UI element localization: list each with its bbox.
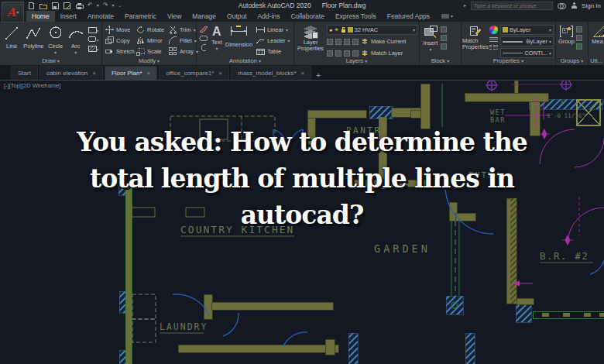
lineweight-value: ByLayer: [524, 38, 547, 45]
tab-manage[interactable]: Manage: [187, 11, 221, 22]
caption-line-1: You asked: How to determine the: [0, 124, 604, 160]
make-current-row[interactable]: Make Current: [327, 36, 417, 46]
dimension-tool[interactable]: Dimension: [225, 25, 252, 48]
array-tool[interactable]: Array▾: [169, 46, 198, 57]
color-wheel-icon[interactable]: [489, 26, 498, 34]
file-tab-mass-model-blocks[interactable]: mass_model_blocks*×: [231, 66, 311, 80]
redo-caret-icon[interactable]: ▾: [112, 3, 114, 8]
tab-annotate[interactable]: Annotate: [82, 11, 119, 22]
polyline-tool[interactable]: Polyline: [23, 25, 43, 50]
leader-tool[interactable]: Leader▾: [256, 36, 290, 46]
redo-icon[interactable]: ↷: [103, 2, 108, 9]
color-dropdown[interactable]: ByLayer▾: [500, 25, 554, 35]
search-input[interactable]: [471, 2, 553, 10]
tab-add-ins[interactable]: Add-ins: [252, 11, 286, 22]
search-icon[interactable]: [558, 3, 566, 9]
copy-icon: [105, 36, 114, 45]
layer-properties-tool[interactable]: Layer Properties: [297, 25, 324, 53]
save-icon[interactable]: [51, 2, 59, 9]
ellipse-tool-icon[interactable]: ▾: [88, 36, 98, 43]
undo-caret-icon[interactable]: ▾: [97, 3, 99, 8]
panel-annotation: A Text ▾ Dimension Linear▾ Leader▾ Table…: [197, 22, 294, 65]
qat-customize-icon[interactable]: ⌄: [118, 3, 122, 8]
scale-tool[interactable]: Scale: [136, 46, 167, 57]
block-define-icon[interactable]: [441, 35, 447, 41]
close-icon[interactable]: ×: [218, 70, 222, 77]
close-icon[interactable]: ×: [92, 70, 96, 77]
panel-label-utilities[interactable]: Uti...: [589, 57, 604, 64]
file-tab-cabin-elevation[interactable]: cabin elevation×: [39, 66, 103, 80]
move-tool[interactable]: Move: [105, 25, 135, 35]
tab-insert[interactable]: Insert: [55, 11, 82, 22]
panel-label-modify[interactable]: Modify ▾: [102, 57, 196, 64]
match-properties-tool[interactable]: Match Properties: [464, 25, 487, 51]
drawing-canvas[interactable]: [-][Top][2D Wireframe]: [0, 81, 604, 364]
text-tool[interactable]: A Text ▾: [211, 25, 222, 51]
svg-text:▾: ▾: [97, 29, 98, 33]
group-edit-icon[interactable]: [576, 35, 582, 41]
rectangle-tool-icon[interactable]: ▾: [88, 26, 98, 33]
search-arrow-icon[interactable]: ▸: [464, 3, 466, 8]
app-menu-button[interactable]: A▾: [2, 2, 24, 22]
viewport-controls[interactable]: [-][Top][2D Wireframe]: [4, 82, 60, 89]
stretch-tool[interactable]: Stretch: [105, 46, 135, 57]
tab-home[interactable]: Home: [26, 11, 55, 22]
group-tool[interactable]: Group: [558, 25, 575, 45]
trim-tool[interactable]: Trim▾: [169, 25, 198, 35]
lineweight-dropdown[interactable]: ByLayer▾: [500, 36, 554, 46]
mirror-tool[interactable]: Mirror: [136, 36, 167, 46]
dim-style-icon[interactable]: [199, 35, 208, 42]
undo-icon[interactable]: ↶: [88, 2, 93, 9]
layer-dropdown[interactable]: ● ☀ 32 HVAC ▾: [327, 25, 417, 35]
panel-label-block[interactable]: Block ▾: [420, 57, 461, 64]
text-label: Text: [211, 39, 222, 46]
panel-label-properties[interactable]: Properties ▾: [462, 57, 555, 64]
user-avatar-icon[interactable]: [571, 2, 577, 9]
file-tab-floor-plan[interactable]: Floor Plan*×: [105, 66, 157, 80]
measure-tool[interactable]: Mea...: [592, 25, 604, 45]
block-attributes-icon[interactable]: [441, 43, 447, 50]
dimension-label: Dimension: [225, 41, 252, 48]
tab-parametric[interactable]: Parametric: [119, 11, 162, 22]
ribbon-display-toggle[interactable]: ▾: [441, 11, 453, 22]
group-select-icon[interactable]: [576, 43, 582, 50]
tab-express-tools[interactable]: Express Tools: [330, 11, 382, 22]
tab-featured-apps[interactable]: Featured Apps: [382, 11, 435, 22]
tab-view[interactable]: View: [162, 11, 187, 22]
panel-label-groups[interactable]: Groups ▾: [556, 57, 588, 64]
fillet-tool[interactable]: Fillet▾: [169, 36, 198, 46]
hatch-tool-icon[interactable]: ▾: [88, 45, 98, 52]
tab-output[interactable]: Output: [221, 11, 252, 22]
open-file-icon[interactable]: [39, 2, 47, 9]
tab-collaborate[interactable]: Collaborate: [285, 11, 329, 22]
insert-tool[interactable]: Insert ▾: [423, 25, 438, 52]
rotate-tool[interactable]: Rotate: [136, 25, 167, 35]
lineweight-icon[interactable]: [489, 36, 498, 42]
leader-style-icon[interactable]: [199, 44, 208, 51]
panel-label-annotation[interactable]: Annotation ▾: [197, 57, 293, 64]
sign-in-button[interactable]: Sign In: [582, 2, 601, 9]
plot-icon[interactable]: [75, 2, 84, 9]
panel-label-layers[interactable]: Layers ▾: [294, 57, 419, 64]
panel-label-draw[interactable]: Draw ▾: [0, 57, 101, 64]
linetype-icon[interactable]: [489, 44, 498, 50]
circle-tool[interactable]: Circle ▾: [47, 25, 64, 55]
linear-tool[interactable]: Linear▾: [256, 25, 290, 35]
arc-tool[interactable]: Arc ▾: [67, 25, 84, 55]
document-title: Floor Plan.dwg: [322, 2, 366, 9]
caret-down-icon: ▾: [521, 59, 523, 64]
save-as-icon[interactable]: [63, 2, 71, 9]
line-tool[interactable]: Line: [3, 25, 20, 50]
new-file-icon[interactable]: [28, 2, 35, 9]
block-edit-icon[interactable]: [441, 26, 447, 33]
text-style-icon[interactable]: [199, 26, 208, 33]
file-tab-start[interactable]: Start: [11, 66, 38, 80]
circle-label: Circle: [48, 43, 63, 50]
new-drawing-tab-button[interactable]: +: [316, 71, 321, 80]
ungroup-icon[interactable]: [576, 26, 582, 33]
close-icon[interactable]: ×: [301, 70, 305, 77]
close-icon[interactable]: ×: [147, 70, 151, 77]
file-tab-office-compare1[interactable]: office_compare1*×: [159, 66, 229, 80]
copy-tool[interactable]: Copy: [105, 36, 135, 46]
table-tool[interactable]: Table: [256, 46, 290, 57]
